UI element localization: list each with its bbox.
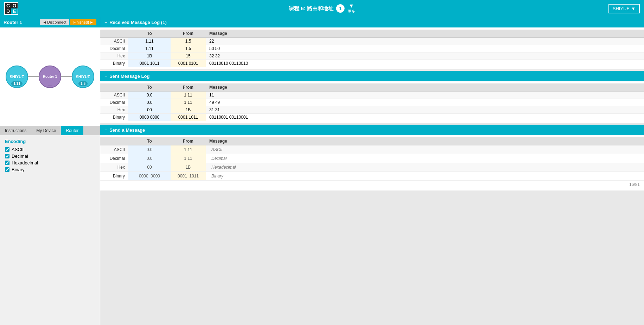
- row-type: ASCII: [100, 38, 128, 45]
- logo: C O D E: [4, 2, 18, 15]
- row-to: [128, 172, 171, 181]
- table-row: Hex 1B 15 32 32: [100, 52, 644, 60]
- to-input[interactable]: [132, 164, 167, 170]
- table-row: Decimal 0.0 1.11 49 49: [100, 99, 644, 106]
- checkbox-binary[interactable]: Binary: [5, 167, 95, 172]
- from-input[interactable]: [174, 146, 202, 153]
- send-msg-table: To From Message ASCII Decimal: [100, 137, 644, 181]
- row-to: [128, 163, 171, 172]
- user-button[interactable]: SHIYUE ▼: [608, 4, 640, 13]
- send-msg-header[interactable]: − Send a Message: [100, 125, 644, 135]
- page-number: 16/81: [100, 181, 644, 188]
- logo-e: E: [11, 8, 18, 14]
- msg-input[interactable]: [209, 146, 640, 153]
- shiyue-1-circle[interactable]: SHIYUE 1.11: [6, 65, 28, 88]
- row-from: 1.11: [171, 92, 206, 99]
- row-from: 1B: [171, 106, 206, 114]
- more-arrow-icon: ▼: [349, 3, 354, 9]
- hex-checkbox[interactable]: [5, 161, 9, 165]
- decimal-label: Decimal: [12, 154, 28, 159]
- from-input[interactable]: [174, 173, 202, 179]
- row-type: ASCII: [100, 92, 128, 99]
- decimal-checkbox[interactable]: [5, 154, 9, 158]
- row-from: [171, 145, 206, 154]
- shiyue-1-address: 1.11: [11, 81, 22, 86]
- row-to: 0000 0000: [128, 114, 171, 121]
- finished-button[interactable]: Finished! ►: [70, 19, 96, 25]
- from-input[interactable]: [174, 164, 202, 170]
- send-msg-section: − Send a Message To From Message ASC: [100, 125, 644, 190]
- send-msg-title: Send a Message: [109, 127, 145, 133]
- received-log-header[interactable]: − Received Message Log (1): [100, 17, 644, 27]
- ascii-label: ASCII: [12, 147, 24, 152]
- row-type: Binary: [100, 172, 128, 181]
- user-dropdown-icon: ▼: [631, 6, 636, 11]
- from-input[interactable]: [174, 155, 202, 162]
- sent-col-from: From: [171, 83, 206, 92]
- hex-label: Hexadecimal: [12, 160, 38, 165]
- binary-label: Binary: [12, 167, 25, 172]
- router-title: Router 1: [4, 20, 22, 25]
- tab-instructions[interactable]: Instructions: [0, 126, 31, 135]
- router-1-circle[interactable]: Router 1: [39, 65, 61, 88]
- row-type: Decimal: [100, 154, 128, 163]
- binary-checkbox[interactable]: [5, 167, 9, 172]
- row-type: Hex: [100, 52, 128, 60]
- router-1-label: Router 1: [43, 75, 57, 79]
- router-header: Router 1 ◄ Disconnect Finished! ►: [0, 17, 100, 27]
- row-from: 0001 1011: [171, 114, 206, 121]
- disconnect-button[interactable]: ◄ Disconnect: [40, 19, 69, 25]
- lesson-badge: 1: [336, 4, 345, 13]
- router-1-sublabel: [48, 86, 52, 86]
- sent-col-blank: [100, 83, 128, 92]
- shiyue-2-circle[interactable]: SHIYUE 1.5: [72, 65, 94, 88]
- logo-o: O: [11, 3, 18, 8]
- sent-log-title: Sent Message Log: [109, 74, 149, 79]
- tab-mydevice[interactable]: My Device: [31, 126, 61, 135]
- tab-router[interactable]: Router: [61, 126, 83, 135]
- row-from: [171, 163, 206, 172]
- received-log-section: − Received Message Log (1) To From Messa…: [100, 17, 644, 69]
- received-log-table: To From Message ASCII 1.11 1.5 22 Decima…: [100, 30, 644, 67]
- sent-col-to: To: [128, 83, 171, 92]
- checkbox-hexadecimal[interactable]: Hexadecimal: [5, 160, 95, 165]
- finished-arrow-right-icon: ►: [90, 20, 94, 24]
- send-msg-collapse-icon: −: [104, 127, 107, 133]
- row-type: Binary: [100, 114, 128, 121]
- table-row: ASCII 1.11 1.5 22: [100, 38, 644, 45]
- row-to: 1B: [128, 52, 171, 60]
- node-shiyue-1: SHIYUE 1.11: [6, 65, 28, 88]
- ascii-checkbox[interactable]: [5, 147, 9, 152]
- to-input[interactable]: [132, 155, 167, 162]
- row-from: 1.5: [171, 38, 206, 45]
- table-row: Decimal: [100, 154, 644, 163]
- msg-input[interactable]: [209, 155, 640, 162]
- disconnect-label: Disconnect: [47, 20, 66, 24]
- table-row: Decimal 1.11 1.5 50 50: [100, 45, 644, 52]
- encoding-section: Encoding ASCII Decimal Hexadecimal Binar…: [0, 135, 100, 325]
- left-panel: Router 1 ◄ Disconnect Finished! ► SHIYUE: [0, 17, 100, 325]
- sent-log-header[interactable]: − Sent Message Log: [100, 71, 644, 81]
- table-row: Binary: [100, 172, 644, 181]
- checkbox-decimal[interactable]: Decimal: [5, 154, 95, 159]
- checkbox-ascii[interactable]: ASCII: [5, 147, 95, 152]
- msg-input[interactable]: [209, 164, 640, 170]
- row-type: Hex: [100, 163, 128, 172]
- row-msg: [206, 145, 644, 154]
- sent-log-rows: ASCII 0.0 1.11 11 Decimal 0.0 1.11 49 49…: [100, 92, 644, 121]
- table-row: ASCII: [100, 145, 644, 154]
- row-to: 1.11: [128, 38, 171, 45]
- msg-input[interactable]: [209, 173, 640, 179]
- send-col-msg: Message: [206, 137, 644, 145]
- received-col-to: To: [128, 30, 171, 38]
- more-button[interactable]: ▼ 更多: [347, 3, 355, 14]
- topbar-center: 课程 6: 路由和地址 1 ▼ 更多: [289, 3, 355, 14]
- shiyue-2-label: SHIYUE: [76, 75, 90, 79]
- row-msg: 00110001 00110001: [206, 114, 644, 121]
- row-type: Decimal: [100, 99, 128, 106]
- received-log-rows: ASCII 1.11 1.5 22 Decimal 1.11 1.5 50 50…: [100, 38, 644, 67]
- right-panel[interactable]: − Received Message Log (1) To From Messa…: [100, 17, 644, 325]
- more-label: 更多: [347, 9, 355, 14]
- to-input[interactable]: [132, 146, 167, 153]
- to-input[interactable]: [132, 173, 167, 179]
